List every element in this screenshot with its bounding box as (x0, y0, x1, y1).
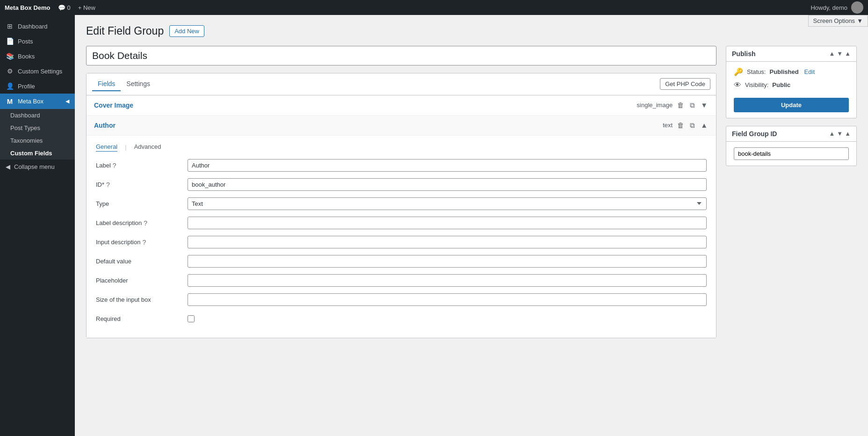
form-row-type: Type Text Textarea Number Email URL (96, 197, 707, 210)
sidebar-item-label-books: Books (18, 53, 35, 60)
label-input[interactable] (188, 159, 707, 172)
fgid-collapse-down[interactable]: ▼ (837, 130, 843, 137)
form-field-id (188, 178, 707, 191)
page-header: Edit Field Group Add New (86, 24, 857, 38)
panel-tabs: Fields Settings (92, 77, 156, 91)
sidebar-item-profile[interactable]: 👤 Profile (0, 79, 75, 94)
sidebar-item-dashboard[interactable]: ⊞ Dashboard (0, 19, 75, 34)
visibility-label: Visibility: (745, 81, 768, 88)
form-label-label: Label ? (96, 159, 180, 169)
avatar (851, 1, 863, 14)
form-row-required: Required (96, 312, 707, 324)
field-delete-cover-image[interactable]: 🗑 (676, 100, 685, 110)
field-toggle-cover-image[interactable]: ▼ (700, 100, 709, 110)
screen-options-chevron: ▼ (857, 17, 863, 24)
main-editor: Fields Settings Get PHP Code Cover Image… (86, 46, 716, 338)
collapse-sidebar-arrow[interactable]: ◀ (65, 98, 69, 104)
submenu-item-dashboard[interactable]: Dashboard (0, 109, 75, 122)
field-group-id-input[interactable] (734, 147, 849, 160)
publish-widget-header[interactable]: Publish ▲ ▼ ▲ (726, 46, 856, 62)
site-name[interactable]: Meta Box Demo (5, 4, 51, 11)
submenu-item-taxonomies[interactable]: Taxonomies (0, 134, 75, 147)
field-label-cover-image: Cover Image (94, 102, 133, 109)
help-icon-label: ? (113, 162, 116, 169)
submenu-item-post-types[interactable]: Post Types (0, 122, 75, 134)
posts-icon: 📄 (6, 37, 14, 45)
field-label-author: Author (94, 122, 116, 129)
status-edit-link[interactable]: Edit (804, 68, 815, 75)
form-label-id: ID* ? (96, 178, 180, 189)
id-input[interactable] (188, 178, 707, 191)
field-group-id-widget-header[interactable]: Field Group ID ▲ ▼ ▲ (726, 126, 856, 142)
sidebar-item-custom-settings[interactable]: ⚙ Custom Settings (0, 64, 75, 79)
sidebar-item-posts[interactable]: 📄 Posts (0, 34, 75, 49)
field-row-author-container: Author text 🗑 ⧉ ▲ General (87, 116, 716, 338)
field-row-right-author: text 🗑 ⧉ ▲ (663, 120, 709, 131)
admin-bar-new[interactable]: + New (78, 4, 95, 11)
sidebar: ⊞ Dashboard 📄 Posts 📚 Books ⚙ Custom Set… (0, 15, 75, 436)
visibility-value: Public (772, 81, 790, 88)
form-label-input-description: Input description ? (96, 236, 180, 246)
label-description-input[interactable] (188, 217, 707, 229)
fgid-collapse-up[interactable]: ▲ (829, 130, 835, 137)
content-layout: Fields Settings Get PHP Code Cover Image… (86, 46, 857, 338)
fgid-chevron-up[interactable]: ▲ (845, 130, 851, 137)
default-value-input[interactable] (188, 255, 707, 268)
form-field-size (188, 293, 707, 306)
submenu-item-custom-fields[interactable]: Custom Fields (0, 147, 75, 160)
collapse-icon: ◀ (6, 163, 10, 170)
form-field-type: Text Textarea Number Email URL Select Ch… (188, 197, 707, 210)
get-php-code-button[interactable]: Get PHP Code (660, 78, 710, 90)
field-group-id-widget-body (726, 142, 856, 166)
field-type-author: text (663, 122, 673, 129)
placeholder-input[interactable] (188, 274, 707, 287)
form-label-default-value: Default value (96, 255, 180, 265)
help-icon-input-desc: ? (142, 239, 146, 246)
required-checkbox[interactable] (188, 315, 195, 322)
field-group-id-icons: ▲ ▼ ▲ (829, 130, 851, 137)
field-delete-author[interactable]: 🗑 (676, 120, 685, 130)
status-row: 🔑 Status: Published Edit (734, 67, 849, 76)
form-row-placeholder: Placeholder (96, 274, 707, 287)
page-title: Edit Field Group (86, 24, 164, 38)
add-new-button[interactable]: Add New (169, 25, 204, 37)
sidebar-item-label-meta-box: Meta Box (18, 98, 43, 105)
form-field-required (188, 312, 707, 324)
form-row-default-value: Default value (96, 255, 707, 268)
tab-settings[interactable]: Settings (121, 77, 156, 91)
publish-collapse-down-icon[interactable]: ▼ (837, 50, 843, 57)
field-clone-author[interactable]: ⧉ (689, 120, 696, 131)
field-group-title-input[interactable] (86, 46, 716, 65)
update-button[interactable]: Update (734, 98, 849, 112)
admin-bar-comments[interactable]: 💬 0 (58, 4, 71, 11)
meta-box-icon: M (6, 97, 14, 105)
form-label-size: Size of the input box (96, 293, 180, 303)
visibility-row: 👁 Visibility: Public (734, 81, 849, 89)
field-row-author[interactable]: Author text 🗑 ⧉ ▲ (87, 116, 716, 136)
publish-collapse-up-icon[interactable]: ▲ (829, 50, 835, 57)
field-sub-tabs: General | Advanced (96, 143, 707, 152)
field-toggle-author[interactable]: ▲ (700, 120, 709, 130)
publish-chevron-up-icon[interactable]: ▲ (845, 50, 851, 57)
sub-tab-divider: | (125, 144, 126, 151)
sidebar-item-books[interactable]: 📚 Books (0, 49, 75, 64)
field-row-cover-image[interactable]: Cover Image single_image 🗑 ⧉ ▼ (87, 95, 716, 116)
size-input[interactable] (188, 293, 707, 306)
help-icon-id: ? (106, 181, 110, 189)
form-row-size: Size of the input box (96, 293, 707, 306)
sidebar-item-meta-box[interactable]: M Meta Box ◀ (0, 94, 75, 109)
sub-tab-general[interactable]: General (96, 143, 117, 152)
input-description-input[interactable] (188, 236, 707, 248)
type-select[interactable]: Text Textarea Number Email URL Select Ch… (188, 197, 707, 210)
form-label-required: Required (96, 312, 180, 322)
collapse-menu-item[interactable]: ◀ Collapse menu (0, 160, 75, 174)
books-icon: 📚 (6, 52, 14, 60)
screen-options-button[interactable]: Screen Options ▼ (808, 15, 868, 27)
sub-tab-advanced[interactable]: Advanced (134, 143, 161, 151)
form-field-input-description (188, 236, 707, 248)
field-row-right-cover-image: single_image 🗑 ⧉ ▼ (637, 100, 709, 110)
field-clone-cover-image[interactable]: ⧉ (689, 100, 696, 110)
form-label-label-description: Label description ? (96, 217, 180, 227)
form-field-placeholder (188, 274, 707, 287)
tab-fields[interactable]: Fields (92, 77, 121, 91)
